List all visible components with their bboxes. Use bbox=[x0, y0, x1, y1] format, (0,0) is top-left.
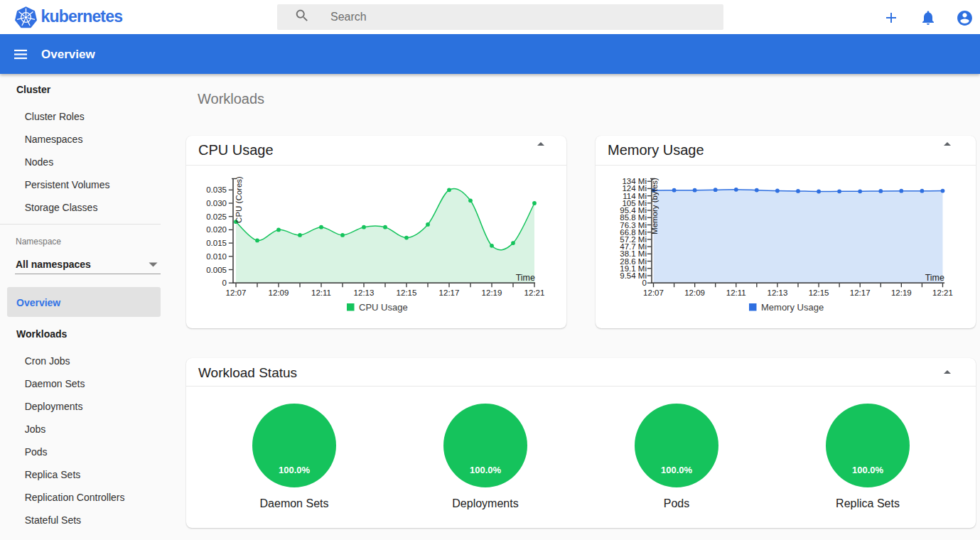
svg-text:12:09: 12:09 bbox=[684, 288, 705, 297]
svg-text:12:17: 12:17 bbox=[850, 288, 871, 297]
svg-text:0.010: 0.010 bbox=[206, 252, 227, 261]
svg-text:Time: Time bbox=[516, 273, 535, 283]
svg-text:95.4 Mi: 95.4 Mi bbox=[620, 206, 647, 215]
svg-text:12:13: 12:13 bbox=[768, 288, 788, 297]
svg-text:CPU Usage: CPU Usage bbox=[359, 302, 408, 313]
svg-text:0.030: 0.030 bbox=[206, 199, 227, 207]
svg-text:Memory Usage: Memory Usage bbox=[761, 302, 824, 313]
svg-text:0.020: 0.020 bbox=[206, 225, 227, 234]
svg-text:12:11: 12:11 bbox=[726, 288, 746, 297]
svg-text:12:13: 12:13 bbox=[354, 288, 375, 297]
svg-text:12:07: 12:07 bbox=[643, 288, 664, 297]
svg-text:12:09: 12:09 bbox=[269, 288, 289, 297]
svg-text:12:17: 12:17 bbox=[439, 288, 460, 297]
svg-text:Memory (bytes): Memory (bytes) bbox=[650, 178, 659, 234]
svg-text:0: 0 bbox=[222, 279, 227, 287]
svg-text:134 Mi: 134 Mi bbox=[622, 177, 647, 185]
svg-text:12:15: 12:15 bbox=[809, 288, 829, 297]
svg-text:12:11: 12:11 bbox=[311, 288, 331, 297]
svg-text:12:19: 12:19 bbox=[482, 288, 502, 297]
svg-text:12:19: 12:19 bbox=[891, 288, 912, 297]
svg-text:12:21: 12:21 bbox=[932, 288, 953, 297]
svg-text:0: 0 bbox=[642, 279, 647, 287]
svg-text:28.6 Mi: 28.6 Mi bbox=[620, 257, 647, 266]
svg-text:0.015: 0.015 bbox=[206, 239, 227, 247]
svg-text:12:21: 12:21 bbox=[524, 288, 545, 297]
svg-text:0.025: 0.025 bbox=[206, 212, 227, 221]
svg-text:CPU (Cores): CPU (Cores) bbox=[235, 176, 243, 223]
svg-text:0.005: 0.005 bbox=[206, 266, 227, 274]
svg-text:12:15: 12:15 bbox=[397, 288, 417, 297]
svg-text:12:07: 12:07 bbox=[226, 288, 247, 297]
svg-text:66.8 Mi: 66.8 Mi bbox=[620, 228, 647, 237]
svg-text:Time: Time bbox=[925, 273, 944, 283]
svg-text:0.035: 0.035 bbox=[206, 185, 227, 194]
